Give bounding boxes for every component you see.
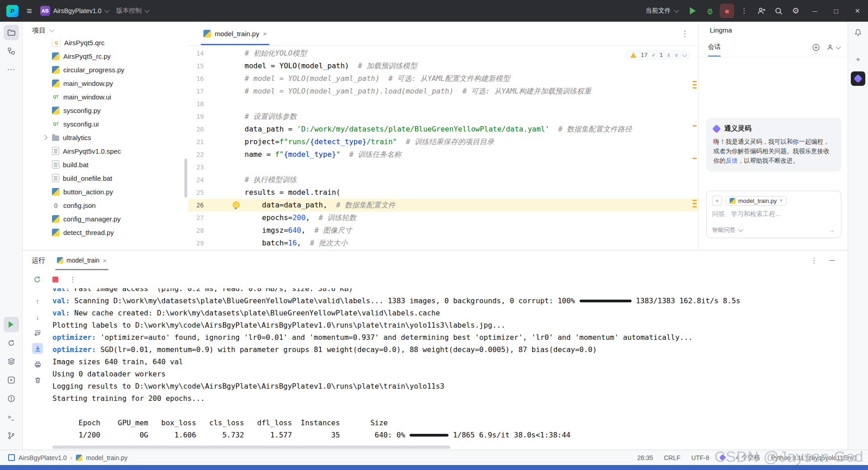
up-stacktrace-button[interactable]: ↑ <box>32 296 43 306</box>
line-number: 28 <box>188 224 204 237</box>
status-breadcrumb[interactable]: AirsBgyPlatev1.0 › model_train.py <box>0 454 127 461</box>
code-with-me-button[interactable] <box>753 0 770 22</box>
main-menu-icon[interactable]: ≡ <box>27 6 32 15</box>
settings-button[interactable]: ⚙ <box>787 0 804 22</box>
project-scrollbar[interactable] <box>184 159 187 197</box>
code-line-22: 22name = f"{model_type}" # 训练任务名称 <box>188 148 698 161</box>
project-widget[interactable]: AB AirsBgyPlatev1.0 <box>40 6 108 16</box>
run-console-output[interactable]: val: Fast image access (ping: 0.2 ms, re… <box>52 288 836 444</box>
project-name: AirsBgyPlatev1.0 <box>53 7 102 14</box>
caret-position[interactable]: 26:35 <box>637 454 653 461</box>
editor-options-icon[interactable]: ⋮ <box>681 29 689 38</box>
line-number: 27 <box>188 212 204 224</box>
stop-process-button[interactable] <box>52 277 58 282</box>
tree-item-AirsPyqt5.qrc[interactable]: QAirsPyqt5.qrc <box>22 39 188 49</box>
tree-item-build_onefile.bat[interactable]: build_onefile.bat <box>22 171 188 185</box>
account-menu[interactable] <box>826 44 840 51</box>
run-configuration-selector[interactable]: 当前文件 <box>646 7 678 15</box>
mode-selector[interactable]: 智能问答 <box>712 226 742 234</box>
run-panel-options-icon[interactable]: ⋮ <box>811 256 818 265</box>
stop-button[interactable]: ■ <box>718 0 736 22</box>
soft-wrap-button[interactable] <box>32 327 43 338</box>
gutter <box>204 199 245 212</box>
chevron-right-icon[interactable] <box>43 136 52 139</box>
more-actions-button[interactable]: ⋮ <box>736 0 753 22</box>
next-problem-icon[interactable]: ∨ <box>675 52 678 58</box>
hide-panel-icon[interactable]: ─ <box>830 256 835 264</box>
tree-item-config_manager.py[interactable]: config_manager.py <box>22 212 188 226</box>
project-tree[interactable]: QAirsPyqt5.qrcAirsPyqt5_rc.pycircular_pr… <box>22 39 188 250</box>
indent-setting[interactable]: 4 个空格 <box>736 454 760 462</box>
tree-item-build.bat[interactable]: build.bat <box>22 158 188 171</box>
run-tab-model-train[interactable]: model_train × <box>53 250 110 270</box>
tree-item-main_window.py[interactable]: main_window.py <box>22 76 188 90</box>
code-text: name = f"{model_type}" # 训练任务名称 <box>245 148 401 161</box>
tab-close-icon[interactable]: × <box>103 257 107 264</box>
tab-close-icon[interactable]: × <box>263 30 267 38</box>
tree-item-main_window.ui[interactable]: QTmain_window.ui <box>22 90 188 103</box>
tree-item-AirsPyqt5v1.0.spec[interactable]: AirsPyqt5v1.0.spec <box>22 144 188 158</box>
scrollbar-mark <box>693 200 697 201</box>
more-toolwindows-button[interactable]: ⋯ <box>4 62 19 77</box>
tree-item-AirsPyqt5_rc.py[interactable]: AirsPyqt5_rc.py <box>22 49 188 63</box>
minimize-button[interactable]: ─ <box>804 0 826 22</box>
project-toolwindow-button[interactable] <box>4 25 19 40</box>
send-button[interactable]: → <box>828 226 835 234</box>
python-interpreter[interactable]: Python 3.11 (zbyq5yolo11Env) <box>771 454 856 461</box>
chevron-down-icon[interactable] <box>682 52 687 56</box>
tree-item-button_action.py[interactable]: button_action.py <box>22 185 188 198</box>
rerun-button[interactable] <box>33 275 42 284</box>
chip-close-icon[interactable]: × <box>779 197 783 204</box>
quickfix-bulb-icon[interactable] <box>233 202 240 208</box>
python-console-button[interactable] <box>4 335 19 351</box>
add-person-icon <box>757 7 766 15</box>
inspections-widget[interactable]: 17 ✓ 1 ∧ ∨ <box>626 50 690 60</box>
tree-item-sysconfig.ui[interactable]: QTsysconfig.ui <box>22 117 188 131</box>
tree-item-circular_progress.py[interactable]: circular_progress.py <box>22 63 188 76</box>
stop-icon: ■ <box>725 7 729 15</box>
chat-input-placeholder[interactable]: 问答、学习和检索工程... <box>712 210 835 218</box>
add-context-button[interactable]: + <box>712 196 722 206</box>
code-line-21: 21project=f"runs/{detect_type}/train" # … <box>188 136 698 148</box>
tree-item-sysconfig.py[interactable]: sysconfig.py <box>22 103 188 117</box>
tree-item-detect_thread.py[interactable]: detect_thread.py <box>22 226 188 239</box>
vcs-widget[interactable]: 版本控制 <box>116 7 148 15</box>
git-toolwindow-button[interactable] <box>4 428 19 443</box>
maximize-button[interactable]: □ <box>826 0 847 22</box>
python-packages-button[interactable] <box>4 354 19 369</box>
console-horizontal-scrollbar[interactable] <box>52 446 450 449</box>
notifications-button[interactable] <box>850 25 866 40</box>
lingma-input-box[interactable]: + model_train.py × 问答、学习和检索工程... 智能问答 → <box>706 191 841 238</box>
line-separator[interactable]: CRLF <box>664 454 680 461</box>
tree-item-config.json[interactable]: {}config.json <box>22 198 188 212</box>
spec-file-icon <box>52 147 59 155</box>
new-session-icon[interactable] <box>812 43 820 52</box>
tree-item-ultralytics[interactable]: ultralytics <box>22 131 188 144</box>
feedback-link[interactable]: 反馈 <box>726 157 738 164</box>
terminal-toolwindow-button[interactable]: >_ <box>4 409 19 425</box>
structure-toolwindow-button[interactable] <box>4 43 19 59</box>
run-toolwindow-button[interactable] <box>4 317 19 332</box>
ai-suggestions-button[interactable]: ✦ <box>850 52 866 67</box>
problems-toolwindow-button[interactable] <box>4 391 19 406</box>
prev-problem-icon[interactable]: ∧ <box>667 52 670 58</box>
project-panel-header[interactable]: 项目 <box>22 22 188 39</box>
lingma-toolwindow-button[interactable] <box>850 71 866 86</box>
lingma-status-icon[interactable] <box>719 454 726 461</box>
code-text: data_path = 'D:/work/my/datasets/plate/B… <box>245 123 632 136</box>
scroll-to-end-button[interactable] <box>32 343 43 354</box>
editor-tab-model-train[interactable]: model_train.py × <box>198 22 272 45</box>
debug-button[interactable] <box>701 0 718 22</box>
print-button[interactable] <box>32 359 43 370</box>
down-stacktrace-button[interactable]: ↓ <box>32 311 43 322</box>
close-button[interactable]: × <box>847 0 868 22</box>
run-button[interactable] <box>684 0 701 22</box>
context-file-chip[interactable]: model_train.py × <box>726 196 787 206</box>
clear-console-button[interactable] <box>32 375 43 385</box>
run-more-options[interactable]: ⋮ <box>69 275 76 284</box>
search-everywhere-button[interactable] <box>770 0 787 22</box>
code-editor[interactable]: 14# 初始化YOLO模型15model = YOLO(model_path) … <box>188 45 698 250</box>
services-toolwindow-button[interactable] <box>4 372 19 388</box>
tab-session[interactable]: 会话 <box>708 43 721 56</box>
file-encoding[interactable]: UTF-8 <box>691 454 709 461</box>
